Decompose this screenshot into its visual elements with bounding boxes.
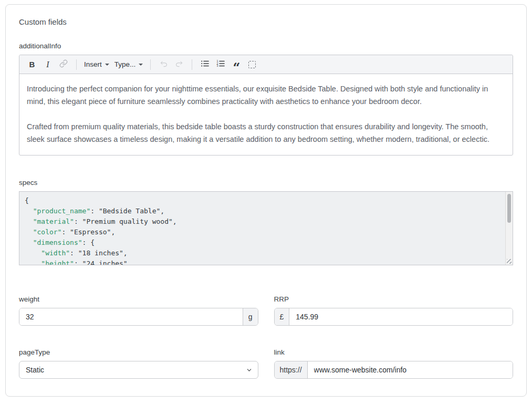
code-line: "material": "Premium quality wood", (25, 216, 500, 227)
svg-text:3: 3 (217, 64, 218, 67)
rte-paragraph: Crafted from premium quality materials, … (27, 120, 505, 146)
weight-label: weight (19, 295, 258, 303)
chevron-down-icon (139, 64, 143, 66)
currency-addon: £ (275, 308, 290, 325)
blockquote-button[interactable]: “ (229, 57, 244, 72)
undo-icon (159, 59, 168, 70)
link-field-group: link https:// (274, 348, 514, 379)
link-input-group: https:// (274, 361, 514, 379)
toolbar-separator (76, 59, 77, 70)
numbered-list-button[interactable]: 1 2 3 (213, 57, 228, 72)
pagetype-field-group: pageType Static (19, 348, 258, 379)
link-input[interactable] (308, 361, 513, 378)
protocol-addon: https:// (275, 361, 308, 378)
redo-icon (175, 59, 184, 70)
type-dropdown[interactable]: Type... (112, 57, 145, 72)
specs-label: specs (19, 179, 513, 187)
custom-fields-card: Custom fields additionalInfo B I Inser (5, 4, 527, 397)
numbered-list-icon: 1 2 3 (216, 59, 225, 69)
scrollbar-thumb[interactable] (507, 194, 511, 223)
code-line: "product_name": "Bedside Table", (25, 206, 500, 216)
rte-toolbar: B I Insert Type... (19, 55, 513, 74)
resize-handle-icon[interactable] (507, 259, 512, 264)
specs-code: { "product_name": "Bedside Table", "mate… (19, 192, 513, 265)
bullet-list-icon (201, 59, 209, 69)
page: Custom fields additionalInfo B I Inser (0, 0, 532, 404)
insert-dropdown[interactable]: Insert (82, 57, 111, 72)
toolbar-separator (150, 59, 151, 70)
redo-button[interactable] (172, 57, 186, 72)
specs-code-editor[interactable]: { "product_name": "Bedside Table", "mate… (19, 191, 513, 265)
code-line: "color": "Espresso", (25, 227, 500, 237)
card-title: Custom fields (19, 17, 513, 26)
italic-button[interactable]: I (40, 57, 55, 72)
code-line: { (25, 195, 500, 206)
pagetype-select-wrap: Static (19, 361, 258, 379)
link-label: link (274, 348, 514, 356)
rte-paragraph: Introducing the perfect companion for yo… (27, 82, 505, 108)
insert-dropdown-label: Insert (84, 60, 102, 68)
quote-icon: “ (233, 59, 240, 70)
code-line: "height": "24 inches", (25, 258, 500, 265)
undo-button[interactable] (156, 57, 171, 72)
additionalinfo-label: additionalInfo (19, 42, 513, 50)
pagetype-select[interactable]: Static (19, 361, 258, 379)
weight-field-group: weight g (19, 295, 258, 326)
rrp-field-group: RRP £ (274, 295, 514, 326)
bullet-list-button[interactable] (197, 57, 212, 72)
weight-input-group: g (19, 308, 258, 326)
rte-content[interactable]: Introducing the perfect companion for yo… (19, 74, 513, 155)
code-line: "width": "18 inches", (25, 248, 500, 258)
weight-input[interactable] (19, 308, 243, 325)
type-dropdown-label: Type... (114, 60, 136, 68)
bold-button[interactable]: B (25, 57, 39, 72)
rrp-input[interactable] (289, 308, 513, 325)
weight-unit-addon: g (243, 308, 258, 325)
link-button[interactable] (56, 57, 71, 72)
scrollbar-track[interactable] (505, 192, 513, 265)
pagetype-label: pageType (19, 348, 258, 356)
toolbar-separator (192, 59, 192, 70)
dashed-box-icon (248, 61, 256, 68)
rrp-label: RRP (274, 295, 514, 303)
code-line: "dimensions": { (25, 237, 500, 248)
code-block-button[interactable] (245, 57, 259, 72)
chevron-down-icon (105, 64, 109, 66)
link-icon (59, 59, 68, 69)
rrp-input-group: £ (274, 308, 514, 326)
additionalinfo-editor: B I Insert Type... (19, 55, 513, 156)
